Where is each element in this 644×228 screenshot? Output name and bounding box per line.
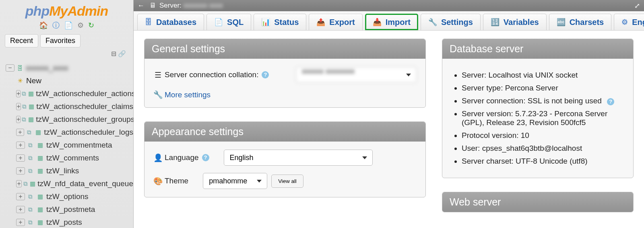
db-server-info-item: Server connection: SSL is not being used… bbox=[462, 97, 624, 105]
table-structure-icon[interactable]: ⧉ bbox=[26, 206, 34, 213]
language-select[interactable]: English bbox=[224, 150, 373, 166]
favorites-button[interactable]: Favorites bbox=[40, 34, 80, 47]
collapse-db-icon[interactable]: − bbox=[6, 64, 14, 72]
tab-export[interactable]: 📤Export bbox=[309, 14, 362, 30]
table-structure-icon[interactable]: ⧉ bbox=[26, 193, 34, 200]
logout-icon[interactable]: ⓘ bbox=[52, 21, 60, 29]
tab-settings[interactable]: 🔧Settings bbox=[421, 14, 481, 30]
table-structure-icon[interactable]: ⧉ bbox=[22, 90, 26, 97]
table-icon: ▦ bbox=[36, 154, 44, 162]
table-icon: ▦ bbox=[30, 180, 35, 187]
left-column: General settings ☰ Server connection col… bbox=[144, 39, 426, 220]
tab-variables[interactable]: 🔢Variables bbox=[483, 14, 547, 30]
tree-table[interactable]: +⧉▦tzW_actionscheduler_actions bbox=[0, 87, 133, 100]
table-structure-icon[interactable]: ⧉ bbox=[22, 103, 27, 110]
expand-icon[interactable]: + bbox=[16, 142, 25, 149]
database-server-panel: Database server Server: Localhost via UN… bbox=[442, 39, 634, 178]
collapse-icon[interactable]: ⊟ bbox=[111, 50, 116, 57]
tree-db-root[interactable]: − 🗄 xxxxxx_xxxx bbox=[0, 62, 133, 74]
import-icon: 📥 bbox=[373, 18, 382, 27]
collapse-topbar-icon[interactable]: ⤢ bbox=[634, 2, 640, 10]
settings-icon[interactable]: ⚙ bbox=[77, 21, 84, 29]
tab-sql[interactable]: 📄SQL bbox=[206, 14, 251, 30]
tab-import[interactable]: 📥Import bbox=[365, 14, 418, 30]
theme-select[interactable]: pmahomme bbox=[203, 173, 267, 189]
home-icon[interactable]: 🏠 bbox=[39, 21, 48, 29]
expand-icon[interactable]: + bbox=[16, 116, 21, 123]
help-icon[interactable]: ? bbox=[202, 154, 209, 161]
expand-icon[interactable]: + bbox=[16, 167, 25, 175]
table-icon: ▦ bbox=[35, 129, 42, 136]
help-icon[interactable]: ? bbox=[262, 71, 269, 78]
link-icon[interactable]: 🔗 bbox=[118, 50, 126, 57]
expand-icon[interactable]: + bbox=[16, 154, 25, 162]
docs-icon[interactable]: 📄 bbox=[64, 21, 73, 29]
tree-new-label: New bbox=[26, 76, 41, 85]
server-icon: 🖥 bbox=[149, 2, 156, 10]
tree-table[interactable]: +⧉▦tzW_links bbox=[0, 164, 133, 177]
table-name: tzW_actionscheduler_actions bbox=[36, 89, 135, 98]
table-name: tzW_actionscheduler_logs bbox=[44, 128, 133, 137]
sidebar-toolbar: 🏠 ⓘ 📄 ⚙ ↻ bbox=[0, 21, 133, 30]
tree-table[interactable]: +⧉▦tzW_commentmeta bbox=[0, 139, 133, 152]
top-tabs: 🗄Databases📄SQL📊Status📤Export📥Import🔧Sett… bbox=[134, 11, 644, 31]
table-name: tzW_postmeta bbox=[46, 205, 95, 214]
wrench-icon: 🔧 bbox=[153, 90, 162, 99]
table-name: tzW_commentmeta bbox=[46, 141, 112, 150]
tree-table[interactable]: +⧉▦tzW_posts bbox=[0, 216, 133, 228]
tree-table[interactable]: +⧉▦tzW_nfd_data_event_queue bbox=[0, 177, 133, 190]
engines-icon: ⚙ bbox=[621, 18, 628, 27]
table-structure-icon[interactable]: ⧉ bbox=[26, 154, 34, 162]
web-server-title: Web server bbox=[442, 192, 633, 212]
database-server-list: Server: Localhost via UNIX socketServer … bbox=[451, 71, 624, 166]
expand-icon[interactable]: + bbox=[16, 219, 25, 226]
content: General settings ☰ Server connection col… bbox=[134, 31, 644, 228]
sql-icon: 📄 bbox=[214, 18, 223, 27]
main: ← 🖥 Server: xxxxxxx xxxx ⤢ 🗄Databases📄SQ… bbox=[134, 0, 644, 228]
table-structure-icon[interactable]: ⧉ bbox=[25, 129, 33, 136]
tab-status[interactable]: 📊Status bbox=[254, 14, 306, 30]
table-structure-icon[interactable]: ⧉ bbox=[26, 142, 34, 149]
table-structure-icon[interactable]: ⧉ bbox=[22, 116, 26, 123]
tree-table[interactable]: +⧉▦tzW_actionscheduler_logs bbox=[0, 126, 133, 139]
tab-engines[interactable]: ⚙Engines bbox=[614, 14, 644, 30]
help-icon[interactable]: ? bbox=[607, 98, 614, 105]
table-icon: ▦ bbox=[28, 116, 34, 123]
table-icon: ▦ bbox=[36, 219, 44, 226]
table-structure-icon[interactable]: ⧉ bbox=[23, 180, 28, 187]
table-name: tzW_actionscheduler_claims bbox=[36, 102, 133, 111]
more-settings-link[interactable]: More settings bbox=[165, 90, 211, 99]
reload-icon[interactable]: ↻ bbox=[88, 21, 94, 29]
tab-databases[interactable]: 🗄Databases bbox=[137, 14, 204, 30]
collation-icon: ☰ bbox=[153, 70, 162, 80]
expand-icon[interactable]: + bbox=[16, 206, 25, 213]
logo: phpMyAdmin bbox=[0, 3, 133, 19]
table-name: tzW_options bbox=[46, 192, 89, 201]
table-icon: ▦ bbox=[28, 90, 34, 97]
expand-icon[interactable]: + bbox=[16, 193, 25, 200]
view-all-themes-button[interactable]: View all bbox=[271, 175, 303, 188]
expand-icon[interactable]: + bbox=[16, 180, 22, 187]
collation-select[interactable]: xxxxxx xxxxxxxx bbox=[296, 67, 417, 83]
table-name: tzW_nfd_data_event_queue bbox=[37, 179, 133, 188]
recent-favorites: Recent Favorites bbox=[5, 34, 133, 47]
tree-table[interactable]: +⧉▦tzW_actionscheduler_groups bbox=[0, 113, 133, 126]
tab-charsets[interactable]: 🔤Charsets bbox=[549, 14, 612, 30]
expand-icon[interactable]: + bbox=[16, 90, 21, 97]
db-server-info-item: Server charset: UTF-8 Unicode (utf8) bbox=[462, 157, 624, 166]
expand-icon[interactable]: + bbox=[16, 103, 21, 110]
table-icon: ▦ bbox=[36, 206, 44, 213]
tree-table[interactable]: +⧉▦tzW_comments bbox=[0, 152, 133, 164]
table-structure-icon[interactable]: ⧉ bbox=[26, 219, 34, 226]
tree-table[interactable]: +⧉▦tzW_postmeta bbox=[0, 203, 133, 216]
tree-new[interactable]: ✳ New bbox=[0, 74, 133, 87]
db-name: xxxxxx_xxxx bbox=[26, 64, 68, 72]
tree-table[interactable]: +⧉▦tzW_options bbox=[0, 190, 133, 203]
table-structure-icon[interactable]: ⧉ bbox=[26, 167, 34, 175]
nav-back-icon[interactable]: ← bbox=[138, 2, 144, 10]
web-server-panel: Web server bbox=[442, 192, 634, 212]
language-label: Language bbox=[165, 153, 199, 162]
tree-table[interactable]: +⧉▦tzW_actionscheduler_claims bbox=[0, 100, 133, 113]
expand-icon[interactable]: + bbox=[16, 129, 24, 136]
recent-button[interactable]: Recent bbox=[5, 34, 38, 47]
